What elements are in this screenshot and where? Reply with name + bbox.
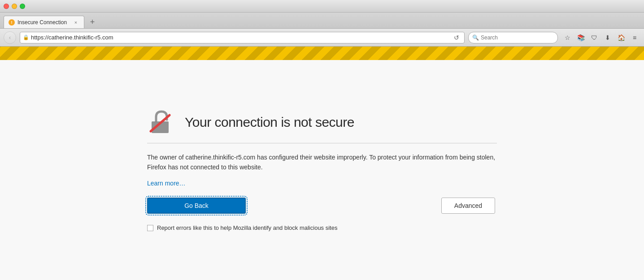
- url-input[interactable]: [31, 34, 450, 41]
- toolbar: ‹ 🔒 ↺ 🔍 ☆ 📚 🛡 ⬇ 🏠 ≡: [0, 29, 644, 47]
- content-area: Your connection is not secure The owner …: [0, 60, 644, 280]
- library-button[interactable]: 📚: [575, 32, 587, 43]
- address-bar[interactable]: 🔒 ↺: [20, 32, 465, 43]
- active-tab[interactable]: ! Insecure Connection ×: [4, 16, 84, 28]
- error-container: Your connection is not secure The owner …: [147, 100, 497, 241]
- lock-icon: 🔒: [23, 34, 29, 40]
- error-actions: Go Back Advanced: [147, 198, 497, 214]
- download-button[interactable]: ⬇: [602, 32, 614, 43]
- back-button[interactable]: ‹: [4, 31, 16, 44]
- broken-lock-icon: [147, 109, 174, 136]
- search-input[interactable]: [481, 34, 554, 41]
- search-icon: 🔍: [472, 34, 479, 41]
- report-row: Report errors like this to help Mozilla …: [147, 224, 497, 231]
- learn-more-link[interactable]: Learn more…: [147, 180, 186, 187]
- tab-title: Insecure Connection: [17, 19, 70, 26]
- tab-bar: ! Insecure Connection × +: [0, 13, 644, 29]
- warning-stripe: [0, 47, 644, 60]
- error-description: The owner of catherine.thinkific-r5.com …: [147, 152, 497, 172]
- new-tab-button[interactable]: +: [86, 16, 99, 28]
- report-checkbox[interactable]: [147, 225, 153, 231]
- minimize-button[interactable]: [12, 4, 17, 9]
- tab-close-button[interactable]: ×: [72, 19, 79, 26]
- report-label: Report errors like this to help Mozilla …: [157, 224, 337, 231]
- advanced-button[interactable]: Advanced: [441, 198, 495, 214]
- close-button[interactable]: [4, 4, 9, 9]
- tab-warning-icon: !: [9, 19, 15, 26]
- title-bar: [0, 0, 644, 13]
- menu-button[interactable]: ≡: [629, 32, 640, 43]
- go-back-button[interactable]: Go Back: [147, 198, 246, 214]
- error-title: Your connection is not secure: [185, 115, 354, 130]
- search-bar[interactable]: 🔍: [468, 32, 558, 43]
- bookmark-button[interactable]: ☆: [561, 32, 573, 43]
- home-button[interactable]: 🏠: [615, 32, 627, 43]
- toolbar-actions: ☆ 📚 🛡 ⬇ 🏠 ≡: [561, 32, 640, 43]
- reload-button[interactable]: ↺: [452, 33, 461, 43]
- error-header: Your connection is not secure: [147, 109, 497, 143]
- maximize-button[interactable]: [20, 4, 25, 9]
- shield-button[interactable]: 🛡: [588, 32, 600, 43]
